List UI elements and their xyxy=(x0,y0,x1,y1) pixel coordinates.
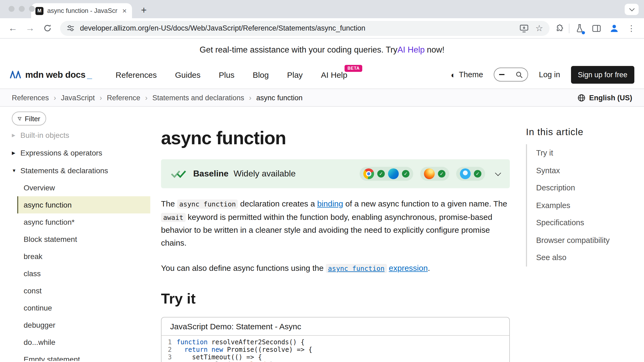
toc-item-browser-compatibility[interactable]: Browser compatibility xyxy=(536,231,633,249)
side-panel-icon[interactable] xyxy=(592,24,601,32)
paragraph-text: declaration creates a xyxy=(238,199,317,208)
baseline-banner[interactable]: Baseline Widely available ✓ ✓ ✓ xyxy=(161,159,510,188)
demo-code[interactable]: 1function resolveAfter2Seconds() {2 retu… xyxy=(162,335,509,362)
main-navigation: References Guides Plus Blog Play AI Help… xyxy=(116,70,347,79)
sidebar-item-debugger[interactable]: debugger xyxy=(17,316,150,334)
browser-menu-icon[interactable]: ⋮ xyxy=(627,24,635,32)
sidebar-item-break[interactable]: break xyxy=(17,248,150,265)
binding-link[interactable]: binding xyxy=(317,199,343,208)
sidebar-item-continue[interactable]: continue xyxy=(17,299,150,316)
experiments-button[interactable] xyxy=(575,24,584,33)
breadcrumb-reference[interactable]: Reference xyxy=(107,94,140,102)
intro-paragraph: The async function declaration creates a… xyxy=(161,197,510,249)
code-line[interactable]: 2 return new Promise((resolve) => { xyxy=(162,346,509,353)
article-main: async function Baseline Widely available… xyxy=(161,107,510,362)
line-number: 1 xyxy=(162,338,177,346)
sidebar-item-label: Built-in objects xyxy=(20,131,69,139)
sidebar-item-async-function-star[interactable]: async function* xyxy=(17,213,150,231)
baseline-expand-chevron-icon[interactable] xyxy=(495,170,501,176)
toc-item-see-also[interactable]: See also xyxy=(536,249,633,266)
url-bar[interactable]: developer.allizom.org/en-US/docs/Web/Jav… xyxy=(60,21,550,36)
toc-item-syntax[interactable]: Syntax xyxy=(536,162,633,179)
extensions-icon[interactable] xyxy=(555,24,564,33)
url-text[interactable]: developer.allizom.org/en-US/docs/Web/Jav… xyxy=(80,24,514,32)
sidebar-item-async-function[interactable]: async function xyxy=(17,196,150,213)
sidebar-nav: ▶ Built-in objects ▶ Expressions & opera… xyxy=(12,131,161,361)
sidebar-item-overview[interactable]: Overview xyxy=(17,179,150,196)
sidebar-item-built-in-objects[interactable]: ▶ Built-in objects xyxy=(12,131,161,144)
baseline-browser-support: ✓ ✓ ✓ ✓ xyxy=(360,167,500,181)
breadcrumb-references[interactable]: References xyxy=(12,94,49,102)
close-window-button[interactable] xyxy=(9,6,14,12)
expression-link[interactable]: expression xyxy=(389,263,428,272)
tab-search-button[interactable] xyxy=(625,4,639,15)
nav-references[interactable]: References xyxy=(116,70,157,79)
line-number: 2 xyxy=(162,346,177,353)
code-line[interactable]: 4 resolve('resolved'); xyxy=(162,361,509,362)
reload-button[interactable] xyxy=(40,21,55,36)
sidebar-item-label: Expressions & operators xyxy=(20,148,102,157)
language-label: English (US) xyxy=(589,94,632,102)
toc-item-examples[interactable]: Examples xyxy=(536,197,633,214)
search-input[interactable] xyxy=(494,68,528,82)
browser-window: M async function - JavaScript | × + ← → … xyxy=(0,0,644,362)
forward-button[interactable]: → xyxy=(23,21,38,36)
code-line[interactable]: 3 setTimeout(() => { xyxy=(162,353,509,361)
page-content: Filter ▶ Built-in objects ▶ Expressions … xyxy=(0,107,644,362)
sidebar-item-expressions-operators[interactable]: ▶ Expressions & operators xyxy=(12,144,161,161)
login-link[interactable]: Log in xyxy=(539,70,560,79)
sidebar-item-empty-statement[interactable]: Empty statement xyxy=(17,351,150,361)
breadcrumb-bar: References › JavaScript › Reference › St… xyxy=(0,88,644,107)
toc-item-description[interactable]: Description xyxy=(536,179,633,197)
nav-blog[interactable]: Blog xyxy=(253,70,269,79)
sidebar-item-const[interactable]: const xyxy=(17,282,150,299)
sidebar-filter-button[interactable]: Filter xyxy=(12,112,46,125)
promo-banner: Get real-time assistance with your codin… xyxy=(0,39,644,61)
toc-title: In this article xyxy=(526,127,633,138)
nav-plus[interactable]: Plus xyxy=(219,70,234,79)
install-icon[interactable] xyxy=(519,24,528,32)
sidebar-item-do-while[interactable]: do...while xyxy=(17,334,150,351)
mdn-logo-text: mdn web docs xyxy=(25,69,85,80)
interactive-demo: JavaScript Demo: Statement - Async 1func… xyxy=(161,317,510,362)
ai-help-link[interactable]: AI Help xyxy=(397,45,425,54)
theme-switcher[interactable]: ◐ Theme xyxy=(451,70,483,79)
breadcrumb-javascript[interactable]: JavaScript xyxy=(61,94,95,102)
mdn-logo[interactable]: mdn web docs _ xyxy=(10,69,92,80)
header-actions: ◐ Theme Log in Sign up for free xyxy=(451,66,634,83)
site-info-icon[interactable] xyxy=(67,24,75,32)
browser-tab[interactable]: M async function - JavaScript | × xyxy=(31,3,132,18)
language-switcher[interactable]: English (US) xyxy=(577,94,632,102)
chrome-icon xyxy=(363,168,374,179)
nav-play[interactable]: Play xyxy=(287,70,303,79)
breadcrumb-statements[interactable]: Statements and declarations xyxy=(152,94,244,102)
theme-label: Theme xyxy=(459,70,483,79)
close-tab-icon[interactable]: × xyxy=(121,7,128,14)
toc-item-specifications[interactable]: Specifications xyxy=(536,214,633,231)
supported-check-icon: ✓ xyxy=(402,170,409,178)
new-tab-button[interactable]: + xyxy=(137,4,150,17)
sidebar-item-class[interactable]: class xyxy=(17,265,150,282)
signup-button[interactable]: Sign up for free xyxy=(571,66,634,83)
nav-ai-help[interactable]: AI Help BETA xyxy=(321,70,347,79)
back-button[interactable]: ← xyxy=(5,21,20,36)
search-caret xyxy=(499,74,504,75)
code-line[interactable]: 1function resolveAfter2Seconds() { xyxy=(162,338,509,346)
search-icon xyxy=(516,71,523,78)
zoom-window-button[interactable] xyxy=(29,6,35,12)
bookmark-star-icon[interactable]: ☆ xyxy=(535,24,543,32)
globe-icon xyxy=(577,94,586,102)
window-controls xyxy=(9,6,35,12)
sidebar-item-statements-declarations[interactable]: ▼ Statements & declarations xyxy=(12,161,161,179)
nav-guides[interactable]: Guides xyxy=(175,70,200,79)
baseline-check-icon xyxy=(171,169,187,178)
sidebar-item-block-statement[interactable]: Block statement xyxy=(17,231,150,248)
async-function-expression-code-link[interactable]: async function xyxy=(326,264,387,273)
profile-avatar-icon[interactable] xyxy=(609,23,619,33)
toc-item-try-it[interactable]: Try it xyxy=(536,144,633,162)
minimize-window-button[interactable] xyxy=(19,6,25,12)
baseline-status: Widely available xyxy=(234,169,296,178)
second-paragraph: You can also define async functions usin… xyxy=(161,262,510,275)
toc-sidebar: In this article Try it Syntax Descriptio… xyxy=(526,107,633,362)
browser-toolbar: ← → developer.allizom.org/en-US/docs/Web… xyxy=(0,18,644,39)
